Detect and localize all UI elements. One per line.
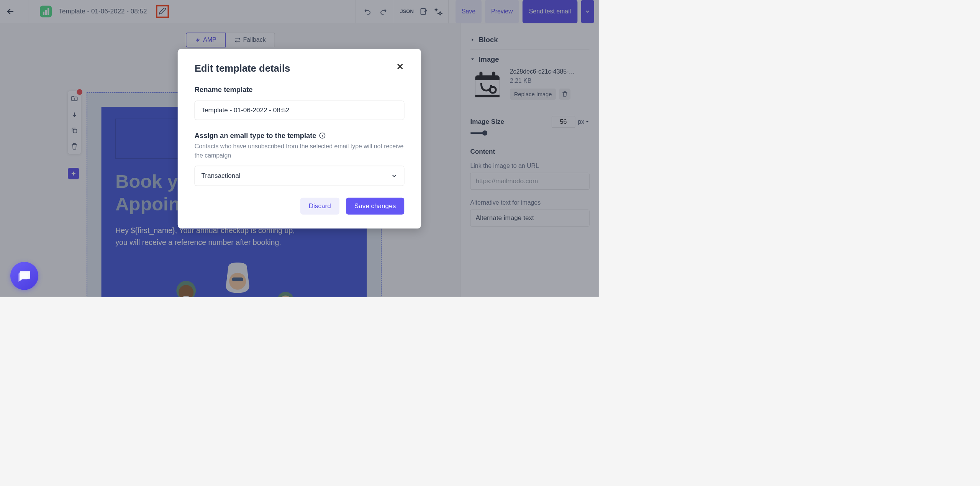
- email-type-select[interactable]: Transactional: [195, 166, 404, 186]
- info-icon: [319, 132, 326, 139]
- rename-template-label: Rename template: [195, 86, 404, 94]
- close-icon: [395, 62, 405, 71]
- modal-close-button[interactable]: [395, 62, 405, 72]
- chat-icon: [17, 269, 31, 283]
- modal-title: Edit template details: [195, 63, 404, 74]
- edit-template-modal: Edit template details Rename template As…: [178, 49, 421, 228]
- template-name-input[interactable]: [195, 101, 404, 120]
- save-changes-button[interactable]: Save changes: [346, 198, 404, 215]
- chevron-down-icon: [391, 172, 397, 179]
- chat-widget-button[interactable]: [10, 262, 38, 290]
- email-type-selected: Transactional: [201, 172, 240, 180]
- assign-email-type-label: Assign an email type to the template: [195, 131, 404, 140]
- discard-button[interactable]: Discard: [300, 198, 339, 215]
- assign-email-type-note: Contacts who have unsubscribed from the …: [195, 142, 404, 160]
